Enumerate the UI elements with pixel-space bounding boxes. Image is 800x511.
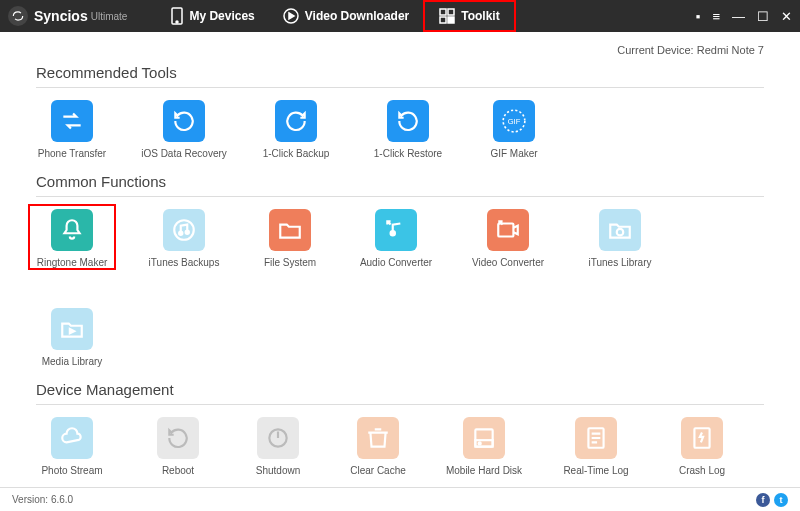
- svg-point-10: [179, 232, 182, 235]
- titlebar: Syncios Ultimate My Devices Video Downlo…: [0, 0, 800, 32]
- svg-rect-6: [448, 17, 454, 23]
- menu-icon[interactable]: ≡: [712, 9, 720, 24]
- close-icon[interactable]: ✕: [781, 9, 792, 24]
- section-recommended: Recommended Tools: [36, 64, 764, 81]
- current-device: Current Device: Redmi Note 7: [36, 44, 764, 56]
- tool-itunes-backups[interactable]: iTunes Backups: [148, 209, 220, 268]
- svg-point-1: [176, 21, 178, 23]
- nav-video-downloader[interactable]: Video Downloader: [269, 0, 423, 32]
- message-icon[interactable]: ▪: [696, 9, 701, 24]
- content: Current Device: Redmi Note 7 Recommended…: [0, 32, 800, 476]
- tool-1click-backup[interactable]: 1-Click Backup: [260, 100, 332, 159]
- nav-toolkit[interactable]: Toolkit: [423, 0, 515, 32]
- app-logo-icon: [8, 6, 28, 26]
- tool-audio-converter[interactable]: Audio Converter: [360, 209, 432, 268]
- section-device-mgmt: Device Management: [36, 381, 764, 398]
- tool-1click-restore[interactable]: 1-Click Restore: [372, 100, 444, 159]
- svg-rect-13: [498, 224, 513, 237]
- svg-rect-3: [440, 9, 446, 15]
- svg-point-12: [391, 231, 395, 235]
- svg-rect-5: [440, 17, 446, 23]
- tool-video-converter[interactable]: Video Converter: [472, 209, 544, 268]
- tool-crash-log[interactable]: Crash Log: [672, 417, 732, 476]
- footer: Version: 6.6.0 f t: [0, 487, 800, 511]
- version-label: Version:: [12, 494, 48, 505]
- facebook-icon[interactable]: f: [756, 493, 770, 507]
- tool-phone-transfer[interactable]: Phone Transfer: [36, 100, 108, 159]
- minimize-icon[interactable]: ―: [732, 9, 745, 24]
- window-controls: ▪ ≡ ― ☐ ✕: [696, 9, 792, 24]
- nav-my-devices[interactable]: My Devices: [157, 0, 268, 32]
- tool-file-system[interactable]: File System: [260, 209, 320, 268]
- tool-realtime-log[interactable]: Real-Time Log: [560, 417, 632, 476]
- app-name: Syncios: [34, 8, 88, 24]
- tool-shutdown[interactable]: Shutdown: [248, 417, 308, 476]
- svg-text:GIF: GIF: [508, 117, 521, 126]
- tool-clear-cache[interactable]: Clear Cache: [348, 417, 408, 476]
- svg-rect-4: [448, 9, 454, 15]
- tool-gif-maker[interactable]: GIFGIF Maker: [484, 100, 544, 159]
- tool-media-library[interactable]: Media Library: [36, 308, 108, 367]
- svg-point-9: [174, 220, 194, 240]
- tool-reboot[interactable]: Reboot: [148, 417, 208, 476]
- top-nav: My Devices Video Downloader Toolkit: [157, 0, 515, 32]
- section-common: Common Functions: [36, 173, 764, 190]
- tool-mobile-hard-disk[interactable]: Mobile Hard Disk: [448, 417, 520, 476]
- tool-photo-stream[interactable]: Photo Stream: [36, 417, 108, 476]
- tool-ringtone-maker[interactable]: Ringtone Maker: [36, 209, 108, 268]
- twitter-icon[interactable]: t: [774, 493, 788, 507]
- tool-itunes-library[interactable]: iTunes Library: [584, 209, 656, 268]
- svg-point-11: [186, 231, 189, 234]
- svg-point-14: [617, 229, 624, 236]
- maximize-icon[interactable]: ☐: [757, 9, 769, 24]
- version-value: 6.6.0: [51, 494, 73, 505]
- svg-point-18: [479, 442, 481, 444]
- tool-ios-recovery[interactable]: iOS Data Recovery: [148, 100, 220, 159]
- app-tier: Ultimate: [91, 11, 128, 22]
